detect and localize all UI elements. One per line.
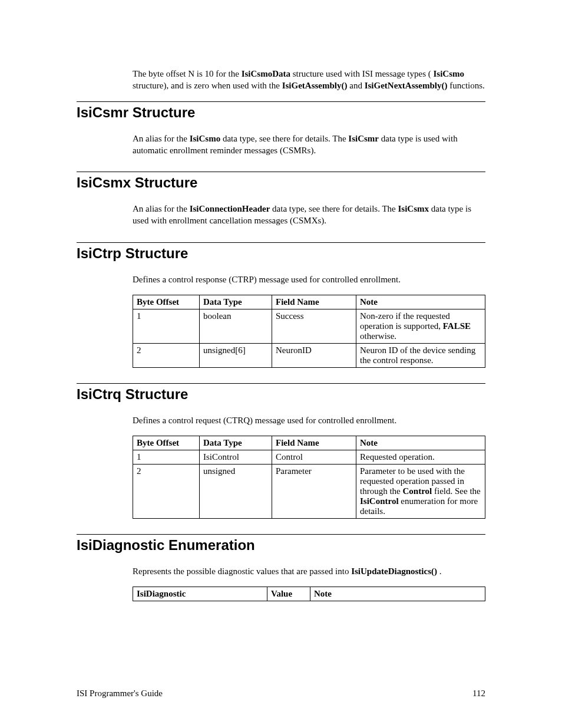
heading-isicsmx: IsiCsmx Structure [77, 174, 485, 191]
heading-isictrp: IsiCtrp Structure [77, 245, 485, 262]
cell-offset: 2 [133, 465, 200, 519]
isicsmx-paragraph: An alias for the IsiConnectionHeader dat… [133, 203, 485, 227]
table-row: 1 IsiControl Control Requested operation… [133, 450, 485, 465]
cell-note: Requested operation. [356, 450, 485, 465]
col-header: Data Type [200, 436, 272, 450]
cell-type: IsiControl [200, 450, 272, 465]
col-header: Note [356, 436, 485, 450]
text: IsiCsmo [190, 134, 221, 143]
text: An alias for the [133, 134, 190, 143]
page-footer: ISI Programmer's Guide 112 [77, 689, 485, 699]
text: IsiUpdateDiagnostics() [351, 566, 437, 576]
text: data type, see there for details. The [223, 134, 348, 143]
text: IsiGetAssembly() [282, 81, 348, 90]
text: Control [403, 486, 432, 496]
cell-offset: 1 [133, 309, 200, 343]
text: IsiCsmx [398, 204, 429, 213]
col-header: Data Type [200, 295, 272, 309]
table-row: 2 unsigned Parameter Parameter to be use… [133, 465, 485, 519]
col-header: Byte Offset [133, 436, 200, 450]
footer-title: ISI Programmer's Guide [77, 689, 163, 699]
cell-name: NeuronID [272, 343, 356, 367]
cell-offset: 2 [133, 343, 200, 367]
cell-name: Parameter [272, 465, 356, 519]
cell-offset: 1 [133, 450, 200, 465]
cell-type: unsigned[6] [200, 343, 272, 367]
section-isidiagnostic: IsiDiagnostic Enumeration Represents the… [77, 534, 485, 601]
table-row: 2 unsigned[6] NeuronID Neuron ID of the … [133, 343, 485, 367]
text: structure used with ISI message types ( [293, 69, 431, 78]
text: Represents the possible diagnostic value… [133, 566, 351, 576]
col-header: Note [310, 587, 485, 601]
table-isictrq: Byte Offset Data Type Field Name Note 1 … [133, 436, 485, 519]
text: The byte offset N is 10 for the [133, 69, 242, 78]
cell-name: Success [272, 309, 356, 343]
col-header: Note [356, 295, 485, 309]
section-isicsmr: IsiCsmr Structure An alias for the IsiCs… [77, 101, 485, 157]
section-isictrq: IsiCtrq Structure Defines a control requ… [77, 383, 485, 519]
text: FALSE [443, 321, 471, 331]
isictrq-desc: Defines a control request (CTRQ) message… [133, 414, 485, 426]
section-rule [77, 172, 485, 172]
text: structure), and is zero when used with t… [133, 81, 282, 90]
col-header: Byte Offset [133, 295, 200, 309]
text: An alias for the [133, 204, 190, 213]
table-row: 1 boolean Success Non-zero if the reques… [133, 309, 485, 343]
isidiagnostic-paragraph: Represents the possible diagnostic value… [133, 565, 485, 577]
text: IsiCsmoData [242, 69, 290, 78]
cell-type: unsigned [200, 465, 272, 519]
table-header-row: IsiDiagnostic Value Note [133, 587, 485, 601]
section-isictrp: IsiCtrp Structure Defines a control resp… [77, 242, 485, 368]
heading-isicsmr: IsiCsmr Structure [77, 104, 485, 121]
page-number: 112 [472, 689, 485, 699]
text: functions. [449, 81, 485, 90]
text: . [439, 566, 442, 576]
table-header-row: Byte Offset Data Type Field Name Note [133, 436, 485, 450]
text: Requested operation. [360, 452, 435, 462]
section-rule [77, 101, 485, 102]
table-isidiagnostic: IsiDiagnostic Value Note [133, 587, 485, 601]
section-rule [77, 242, 485, 243]
table-header-row: Byte Offset Data Type Field Name Note [133, 295, 485, 309]
cell-name: Control [272, 450, 356, 465]
col-header: Field Name [272, 436, 356, 450]
text: data type, see there for details. The [272, 204, 398, 213]
text: IsiConnectionHeader [190, 204, 270, 213]
cell-type: boolean [200, 309, 272, 343]
col-header: Field Name [272, 295, 356, 309]
text: Non-zero if the requested operation is s… [360, 311, 450, 331]
cell-note: Non-zero if the requested operation is s… [356, 309, 485, 343]
text: IsiControl [360, 496, 399, 506]
intro-paragraph: The byte offset N is 10 for the IsiCsmoD… [133, 68, 485, 92]
text: field. See the [434, 486, 481, 496]
text: IsiCsmo [433, 69, 464, 78]
isictrp-desc: Defines a control response (CTRP) messag… [133, 274, 485, 285]
page-content: The byte offset N is 10 for the IsiCsmoD… [0, 0, 562, 728]
section-rule [77, 534, 485, 535]
text: IsiCsmr [348, 134, 379, 143]
heading-isictrq: IsiCtrq Structure [77, 386, 485, 403]
cell-note: Neuron ID of the device sending the cont… [356, 343, 485, 367]
heading-isidiagnostic: IsiDiagnostic Enumeration [77, 537, 485, 554]
section-rule [77, 383, 485, 384]
col-header: Value [267, 587, 310, 601]
text: and [349, 81, 364, 90]
table-isictrp: Byte Offset Data Type Field Name Note 1 … [133, 295, 485, 368]
col-header: IsiDiagnostic [133, 587, 267, 601]
cell-note: Parameter to be used with the requested … [356, 465, 485, 519]
isicsmr-paragraph: An alias for the IsiCsmo data type, see … [133, 133, 485, 157]
text: Neuron ID of the device sending the cont… [360, 345, 475, 365]
text: otherwise. [360, 331, 396, 341]
text: IsiGetNextAssembly() [365, 81, 448, 90]
section-isicsmx: IsiCsmx Structure An alias for the IsiCo… [77, 172, 485, 227]
